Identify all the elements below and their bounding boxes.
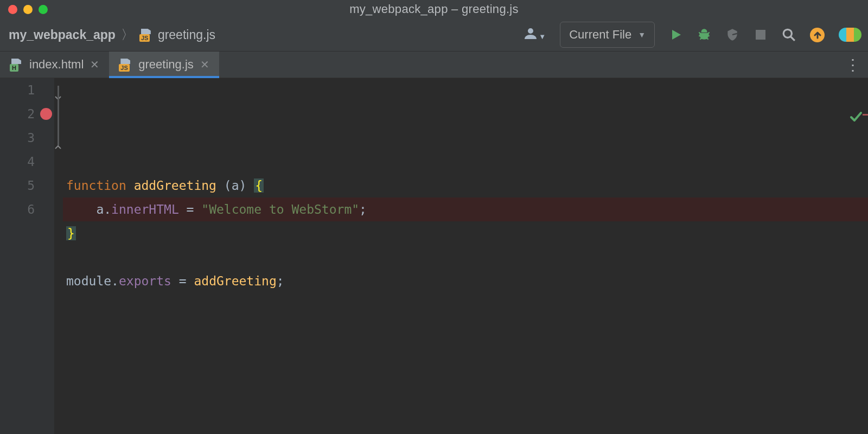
line-number[interactable]: 6 xyxy=(0,197,35,221)
code-line[interactable]: } xyxy=(63,221,868,245)
line-number[interactable]: 2 xyxy=(0,102,35,126)
breadcrumb-project[interactable]: my_webpack_app xyxy=(9,28,116,42)
dropdown-caret-icon: ▼ xyxy=(638,30,646,39)
run-with-coverage-button[interactable] xyxy=(725,28,739,42)
fold-gutter[interactable] xyxy=(54,78,63,434)
code-with-me-button[interactable] xyxy=(839,28,861,42)
breadcrumb-separator-icon: 〉 xyxy=(121,26,134,43)
js-file-icon xyxy=(119,59,132,71)
run-config-selector[interactable]: Current File ▼ xyxy=(560,22,655,48)
fold-end-icon xyxy=(54,135,63,143)
line-number[interactable]: 3 xyxy=(0,126,35,150)
tab-label: greeting.js xyxy=(138,58,194,72)
close-tab-button[interactable]: ✕ xyxy=(200,58,209,71)
tab-greeting-js[interactable]: greeting.js ✕ xyxy=(109,52,219,78)
code-editor[interactable]: 123456 function addGreeting (a) { a.inne… xyxy=(0,78,868,434)
line-number[interactable]: 1 xyxy=(0,78,35,102)
stop-button[interactable] xyxy=(754,28,768,42)
titlebar: my_webpack_app – greeting.js xyxy=(0,0,868,18)
window-minimize-button[interactable] xyxy=(23,5,33,14)
traffic-lights xyxy=(8,5,48,14)
svg-point-0 xyxy=(783,29,792,37)
inspection-ok-icon[interactable] xyxy=(799,82,863,154)
window-title: my_webpack_app – greeting.js xyxy=(0,2,868,16)
svg-line-1 xyxy=(790,36,795,41)
breakpoint-marker[interactable] xyxy=(40,108,52,120)
stop-icon xyxy=(756,30,765,40)
debug-button[interactable] xyxy=(697,28,711,42)
run-button[interactable] xyxy=(669,28,683,42)
code-line[interactable]: module.exports = addGreeting; xyxy=(63,269,868,293)
toolbar-right: ▼ Current File ▼ xyxy=(524,22,861,48)
run-config-label: Current File xyxy=(569,28,631,42)
tab-label: index.html xyxy=(29,58,84,72)
editor-tabs: index.html ✕ greeting.js ✕ ⋮ xyxy=(0,52,868,78)
code-line[interactable] xyxy=(63,293,868,317)
update-button[interactable] xyxy=(810,28,825,42)
tab-overflow-button[interactable]: ⋮ xyxy=(845,56,861,74)
line-number-gutter[interactable]: 123456 xyxy=(0,78,54,434)
breadcrumb-file[interactable]: greeting.js xyxy=(158,28,215,42)
window-close-button[interactable] xyxy=(8,5,17,14)
line-number[interactable]: 5 xyxy=(0,174,35,197)
code-area[interactable]: function addGreeting (a) { a.innerHTML =… xyxy=(63,78,868,434)
code-line[interactable] xyxy=(63,245,868,269)
breadcrumb: my_webpack_app 〉 greeting.js xyxy=(9,26,215,43)
code-line[interactable]: function addGreeting (a) { xyxy=(63,174,868,197)
js-file-icon xyxy=(139,29,152,41)
line-number[interactable]: 4 xyxy=(0,150,35,174)
error-stripe-mark[interactable] xyxy=(863,114,868,116)
tab-index-html[interactable]: index.html ✕ xyxy=(0,52,109,78)
window-maximize-button[interactable] xyxy=(39,5,48,14)
html-file-icon xyxy=(10,59,23,71)
navigation-toolbar: my_webpack_app 〉 greeting.js ▼ Current F… xyxy=(0,18,868,52)
code-line[interactable]: a.innerHTML = "Welcome to WebStorm"; xyxy=(63,197,868,221)
account-menu-button[interactable]: ▼ xyxy=(524,27,546,42)
close-tab-button[interactable]: ✕ xyxy=(90,58,99,71)
search-everywhere-button[interactable] xyxy=(782,28,796,42)
